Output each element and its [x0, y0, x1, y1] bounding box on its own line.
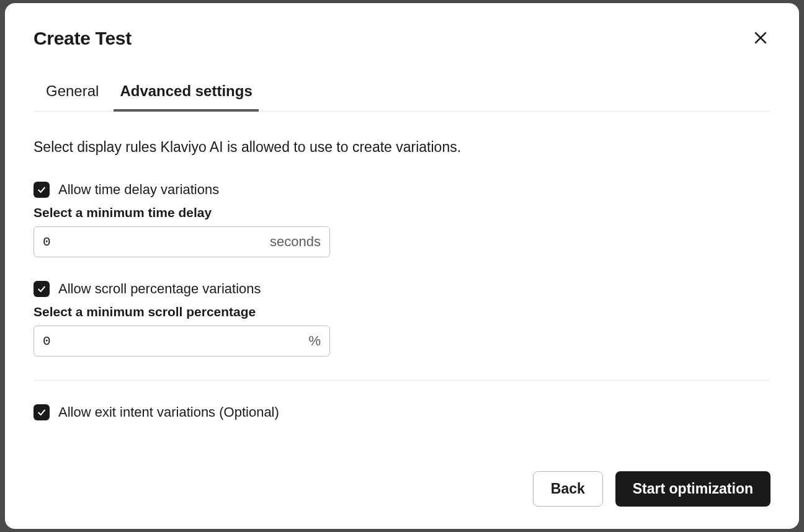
time-delay-checkbox[interactable]	[34, 182, 50, 198]
tabs: General Advanced settings	[34, 79, 770, 112]
check-icon	[37, 185, 47, 195]
modal-footer: Back Start optimization	[34, 471, 770, 507]
check-icon	[37, 407, 47, 417]
start-optimization-button[interactable]: Start optimization	[615, 471, 770, 507]
tab-advanced-settings[interactable]: Advanced settings	[118, 79, 253, 111]
close-icon	[753, 30, 769, 46]
scroll-percentage-suffix: %	[308, 333, 321, 349]
modal-header: Create Test	[34, 28, 770, 49]
time-delay-checkbox-row: Allow time delay variations	[34, 182, 770, 198]
create-test-modal: Create Test General Advanced settings Se…	[5, 3, 799, 529]
time-delay-input-group: seconds	[34, 226, 330, 257]
back-button[interactable]: Back	[533, 471, 603, 507]
scroll-percentage-checkbox-row: Allow scroll percentage variations	[34, 281, 770, 297]
exit-intent-checkbox[interactable]	[34, 404, 50, 420]
time-delay-checkbox-label: Allow time delay variations	[58, 182, 219, 198]
exit-intent-checkbox-row: Allow exit intent variations (Optional)	[34, 404, 770, 420]
time-delay-field-label: Select a minimum time delay	[34, 205, 770, 220]
tab-general[interactable]: General	[45, 79, 100, 111]
exit-intent-checkbox-label: Allow exit intent variations (Optional)	[58, 404, 279, 420]
time-delay-input[interactable]	[43, 235, 270, 249]
modal-title: Create Test	[34, 28, 132, 49]
close-button[interactable]	[751, 28, 770, 48]
divider	[34, 380, 770, 381]
scroll-percentage-input[interactable]	[43, 334, 308, 348]
modal-body: Select display rules Klaviyo AI is allow…	[34, 139, 770, 459]
time-delay-suffix: seconds	[270, 234, 321, 250]
settings-description: Select display rules Klaviyo AI is allow…	[34, 139, 770, 156]
scroll-percentage-checkbox[interactable]	[34, 281, 50, 297]
scroll-percentage-input-group: %	[34, 326, 330, 357]
scroll-percentage-checkbox-label: Allow scroll percentage variations	[58, 281, 261, 297]
scroll-percentage-field-label: Select a minimum scroll percentage	[34, 304, 770, 319]
check-icon	[37, 284, 47, 294]
